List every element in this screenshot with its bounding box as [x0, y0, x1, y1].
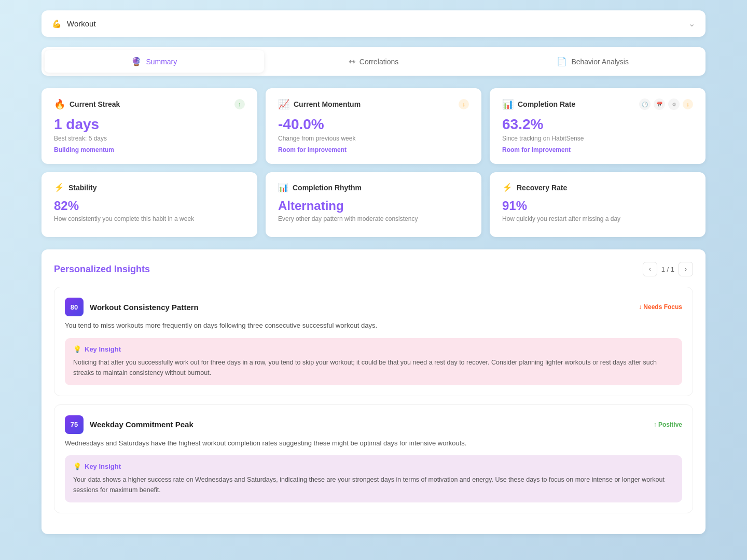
flame-icon: 🔥 — [54, 99, 65, 110]
insights-title: Personalized Insights — [54, 264, 150, 275]
current-streak-tag: Building momentum — [54, 146, 245, 153]
tab-behavior-analysis[interactable]: 📄 Behavior Analysis — [483, 50, 702, 73]
insight-0-key-box: 💡 Key Insight Noticing that after you su… — [65, 338, 682, 385]
stability-title-group: ⚡ Stability — [54, 183, 96, 192]
insight-1-desc: Wednesdays and Saturdays have the highes… — [65, 438, 682, 449]
insight-1-score: 75 — [65, 415, 84, 434]
completion-rate-card: 📊 Completion Rate 🕐 📅 ⚙ ↓ 63.2% Since tr… — [490, 88, 706, 164]
lightning-icon: ⚡ — [54, 183, 64, 192]
stability-title: Stability — [68, 184, 96, 192]
completion-rhythm-title: Completion Rhythm — [293, 184, 362, 192]
completion-rate-title-group: 📊 Completion Rate — [502, 99, 575, 110]
behavior-tab-icon: 📄 — [557, 57, 567, 66]
streak-badge: ↑ — [234, 99, 245, 109]
correlations-tab-label: Correlations — [359, 58, 398, 66]
completion-rate-subtitle: Since tracking on HabitSense — [502, 135, 693, 142]
insight-1-key-box: 💡 Key Insight Your data shows a higher s… — [65, 455, 682, 502]
behavior-tab-label: Behavior Analysis — [571, 58, 629, 66]
bar-chart-icon: 📊 — [502, 99, 514, 110]
bar-chart-sm-icon: 📊 — [278, 183, 288, 192]
settings-icon: ⚙ — [668, 99, 680, 110]
insight-1-key-label: Key Insight — [85, 463, 121, 470]
pagination-count: 1 / 1 — [661, 265, 674, 273]
current-momentum-subtitle: Change from previous week — [278, 135, 469, 142]
recovery-rate-desc: How quickly you restart after missing a … — [502, 215, 693, 222]
tabs-container: 🔮 Summary ⇿ Correlations 📄 Behavior Anal… — [42, 47, 706, 76]
momentum-badge: ↓ — [459, 99, 469, 109]
calendar-icon: 📅 — [654, 99, 665, 110]
current-streak-value: 1 days — [54, 116, 245, 133]
workout-selector[interactable]: 💪 Workout ⌄ — [42, 10, 706, 37]
insights-pagination: ‹ 1 / 1 › — [643, 262, 693, 276]
completion-rate-tag: Room for improvement — [502, 146, 693, 153]
completion-rhythm-header: 📊 Completion Rhythm — [278, 183, 469, 192]
workout-selector-label: Workout — [67, 19, 96, 28]
lightbulb-icon-0: 💡 — [73, 345, 81, 353]
current-streak-title-group: 🔥 Current Streak — [54, 99, 120, 110]
recovery-rate-header: ⚡ Recovery Rate — [502, 183, 693, 192]
stability-value: 82% — [54, 199, 245, 213]
current-streak-card: 🔥 Current Streak ↑ 1 days Best streak: 5… — [42, 88, 257, 164]
current-momentum-title: Current Momentum — [294, 100, 361, 108]
completion-rate-value: 63.2% — [502, 116, 693, 133]
insight-1-key-text: Your data shows a higher success rate on… — [73, 474, 674, 495]
current-streak-subtitle: Best streak: 5 days — [54, 135, 245, 142]
insight-card-1: 75 Weekday Commitment Peak ↑ Positive We… — [54, 404, 693, 514]
completion-rhythm-title-group: 📊 Completion Rhythm — [278, 183, 362, 192]
current-streak-title: Current Streak — [70, 100, 120, 108]
pagination-prev-button[interactable]: ‹ — [643, 262, 657, 276]
completion-rate-header-icons: 🕐 📅 ⚙ ↓ — [639, 99, 693, 110]
chevron-down-icon: ⌄ — [688, 19, 695, 29]
recovery-rate-value: 91% — [502, 199, 693, 213]
workout-emoji-icon: 💪 — [52, 19, 62, 29]
insight-card-1-left: 75 Weekday Commitment Peak — [65, 415, 193, 434]
current-momentum-card: 📈 Current Momentum ↓ -40.0% Change from … — [266, 88, 481, 164]
insight-0-key-label: Key Insight — [85, 345, 121, 353]
insight-card-0-left: 80 Workout Consistency Pattern — [65, 298, 199, 316]
recovery-lightning-icon: ⚡ — [502, 183, 513, 192]
tab-correlations[interactable]: ⇿ Correlations — [264, 50, 483, 73]
trending-up-icon: 📈 — [278, 99, 289, 110]
insight-0-desc: You tend to miss workouts more frequentl… — [65, 320, 682, 331]
pagination-next-button[interactable]: › — [679, 262, 693, 276]
insight-0-badge: ↓ Needs Focus — [639, 303, 682, 311]
completion-rhythm-desc: Every other day pattern with moderate co… — [278, 215, 469, 222]
summary-tab-icon: 🔮 — [131, 57, 142, 66]
correlations-tab-icon: ⇿ — [349, 57, 355, 66]
stability-card: ⚡ Stability 82% How consistently you com… — [42, 172, 257, 237]
current-streak-header: 🔥 Current Streak ↑ — [54, 99, 245, 110]
insight-1-badge: ↑ Positive — [654, 421, 682, 428]
recovery-rate-title: Recovery Rate — [517, 184, 567, 192]
completion-rate-badge: ↓ — [683, 99, 693, 109]
tab-summary[interactable]: 🔮 Summary — [45, 50, 264, 73]
stability-header: ⚡ Stability — [54, 183, 245, 192]
insight-0-score: 80 — [65, 298, 84, 316]
workout-selector-content: 💪 Workout — [52, 19, 96, 29]
recovery-rate-card: ⚡ Recovery Rate 91% How quickly you rest… — [490, 172, 706, 237]
current-momentum-tag: Room for improvement — [278, 146, 469, 153]
completion-rate-title: Completion Rate — [518, 100, 575, 108]
insight-0-key-text: Noticing that after you successfully wor… — [73, 357, 674, 378]
recovery-rate-title-group: ⚡ Recovery Rate — [502, 183, 567, 192]
completion-rhythm-value: Alternating — [278, 199, 469, 213]
current-momentum-value: -40.0% — [278, 116, 469, 133]
completion-rhythm-card: 📊 Completion Rhythm Alternating Every ot… — [266, 172, 481, 237]
stability-desc: How consistently you complete this habit… — [54, 215, 245, 222]
current-momentum-title-group: 📈 Current Momentum — [278, 99, 361, 110]
insight-1-title: Weekday Commitment Peak — [90, 420, 193, 429]
current-momentum-header: 📈 Current Momentum ↓ — [278, 99, 469, 110]
insight-card-0-header: 80 Workout Consistency Pattern ↓ Needs F… — [65, 298, 682, 316]
insights-header: Personalized Insights ‹ 1 / 1 › — [54, 262, 693, 276]
insight-1-key-header: 💡 Key Insight — [73, 463, 674, 470]
stats-row-2: ⚡ Stability 82% How consistently you com… — [42, 172, 706, 237]
insight-card-1-header: 75 Weekday Commitment Peak ↑ Positive — [65, 415, 682, 434]
insights-section: Personalized Insights ‹ 1 / 1 › 80 Worko… — [42, 249, 706, 534]
lightbulb-icon-1: 💡 — [73, 463, 81, 470]
clock-icon: 🕐 — [639, 99, 651, 110]
insight-0-key-header: 💡 Key Insight — [73, 345, 674, 353]
insight-0-title: Workout Consistency Pattern — [90, 303, 199, 312]
completion-rate-header: 📊 Completion Rate 🕐 📅 ⚙ ↓ — [502, 99, 693, 110]
summary-tab-label: Summary — [146, 58, 177, 66]
stats-row-1: 🔥 Current Streak ↑ 1 days Best streak: 5… — [42, 88, 706, 164]
insight-card-0: 80 Workout Consistency Pattern ↓ Needs F… — [54, 287, 693, 396]
